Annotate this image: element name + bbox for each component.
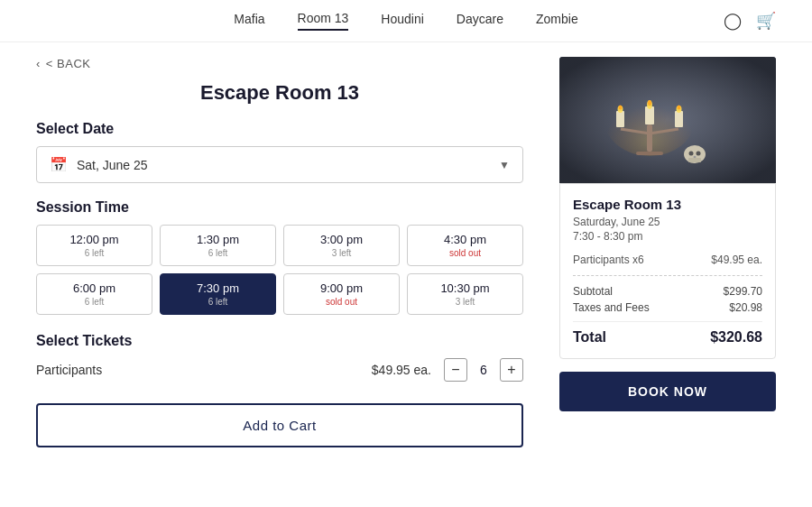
room-image-inner (559, 57, 776, 183)
session-time-label: Session Time (36, 199, 523, 216)
tickets-right: $49.95 ea. − 6 + (372, 358, 523, 382)
session-1030[interactable]: 10:30 pm 3 left (407, 273, 523, 315)
svg-point-19 (697, 152, 701, 156)
svg-point-13 (619, 106, 623, 110)
order-divider (573, 275, 762, 276)
book-now-button[interactable]: BOOK NOW (559, 372, 776, 411)
main-layout: ‹ < BACK Escape Room 13 Select Date 📅 Sa… (0, 42, 812, 498)
svg-rect-4 (647, 124, 652, 152)
session-sub-730: 6 left (164, 297, 272, 307)
session-time-1200: 12:00 pm (41, 233, 148, 246)
order-subtotal-line: Subtotal $299.70 (573, 285, 762, 298)
date-selector-left: 📅 Sat, June 25 (50, 156, 148, 173)
calendar-icon: 📅 (50, 156, 68, 173)
price-per-label: $49.95 ea. (372, 363, 431, 377)
session-time-300: 3:00 pm (288, 233, 395, 246)
nav-item-daycare[interactable]: Daycare (457, 12, 503, 30)
session-sub-300: 3 left (288, 248, 395, 258)
cart-icon[interactable]: 🛒 (756, 11, 776, 31)
session-600[interactable]: 6:00 pm 6 left (36, 273, 152, 315)
svg-point-18 (689, 152, 694, 156)
order-date: Saturday, June 25 (573, 216, 762, 228)
svg-point-15 (678, 106, 681, 110)
total-label: Total (573, 329, 606, 346)
tickets-row: Participants $49.95 ea. − 6 + (36, 358, 523, 382)
session-time-600: 6:00 pm (41, 281, 148, 295)
subtotal-value: $299.70 (724, 285, 762, 298)
svg-point-11 (648, 100, 651, 106)
nav-item-houdini[interactable]: Houdini (381, 12, 423, 30)
quantity-increase-button[interactable]: + (500, 358, 523, 382)
order-time: 7:30 - 8:30 pm (573, 230, 762, 243)
session-1200[interactable]: 12:00 pm 6 left (36, 225, 152, 266)
nav: Mafia Room 13 Houdini Daycare Zombie (234, 11, 577, 31)
session-time-430: 4:30 pm (411, 233, 519, 246)
add-to-cart-button[interactable]: Add to Cart (36, 403, 523, 447)
session-grid: 12:00 pm 6 left 1:30 pm 6 left 3:00 pm 3… (36, 225, 523, 315)
session-sub-1030: 3 left (411, 297, 519, 307)
session-430[interactable]: 4:30 pm sold out (407, 225, 523, 266)
session-time-730: 7:30 pm (164, 281, 272, 295)
nav-item-mafia[interactable]: Mafia (234, 12, 264, 30)
order-participants-price: $49.95 ea. (711, 254, 762, 266)
total-value: $320.68 (710, 329, 762, 346)
user-icon[interactable]: ◯ (724, 11, 742, 31)
session-time-130: 1:30 pm (164, 233, 272, 246)
svg-point-20 (694, 156, 697, 158)
nav-item-zombie[interactable]: Zombie (536, 12, 578, 30)
session-sub-1200: 6 left (41, 248, 148, 258)
back-arrow-icon: ‹ (36, 57, 41, 70)
header: Mafia Room 13 Houdini Daycare Zombie ◯ 🛒 (0, 0, 812, 42)
session-900[interactable]: 9:00 pm sold out (283, 273, 400, 315)
session-130[interactable]: 1:30 pm 6 left (160, 225, 276, 266)
header-icons: ◯ 🛒 (724, 11, 776, 31)
quantity-value: 6 (476, 363, 491, 377)
room-image (559, 57, 776, 183)
session-time-900: 9:00 pm (288, 281, 395, 295)
svg-rect-8 (616, 111, 624, 127)
participants-label: Participants (36, 363, 102, 377)
session-300[interactable]: 3:00 pm 3 left (283, 225, 400, 266)
nav-item-room13[interactable]: Room 13 (298, 11, 349, 31)
session-sub-900: sold out (288, 297, 395, 307)
date-selector[interactable]: 📅 Sat, June 25 ▼ (36, 146, 523, 183)
back-label: < BACK (46, 57, 91, 70)
back-link[interactable]: ‹ < BACK (36, 57, 523, 70)
svg-rect-17 (688, 158, 701, 162)
session-730[interactable]: 7:30 pm 6 left (160, 273, 276, 315)
order-participants-line: Participants x6 $49.95 ea. (573, 254, 762, 266)
session-sub-600: 6 left (41, 297, 148, 307)
subtotal-label: Subtotal (573, 285, 613, 298)
order-participants-label: Participants x6 (573, 254, 644, 266)
svg-rect-9 (675, 111, 683, 127)
order-taxes-line: Taxes and Fees $20.98 (573, 301, 762, 314)
session-sub-130: 6 left (164, 248, 272, 258)
left-panel: ‹ < BACK Escape Room 13 Select Date 📅 Sa… (36, 42, 523, 498)
taxes-label: Taxes and Fees (573, 301, 650, 314)
right-panel: Escape Room 13 Saturday, June 25 7:30 - … (559, 42, 776, 498)
select-tickets-label: Select Tickets (36, 333, 523, 349)
quantity-decrease-button[interactable]: − (444, 358, 467, 382)
order-title: Escape Room 13 (573, 197, 762, 212)
quantity-control: − 6 + (444, 358, 523, 382)
page-title: Escape Room 13 (36, 81, 523, 105)
taxes-value: $20.98 (729, 301, 762, 314)
chevron-down-icon: ▼ (499, 159, 510, 171)
order-summary-card: Escape Room 13 Saturday, June 25 7:30 - … (559, 183, 776, 359)
select-date-label: Select Date (36, 121, 523, 137)
selected-date: Sat, June 25 (77, 158, 148, 172)
room-illustration (559, 57, 776, 183)
session-sub-430: sold out (411, 248, 519, 258)
session-time-1030: 10:30 pm (411, 281, 519, 295)
order-total-line: Total $320.68 (573, 321, 762, 346)
svg-rect-3 (636, 152, 663, 155)
